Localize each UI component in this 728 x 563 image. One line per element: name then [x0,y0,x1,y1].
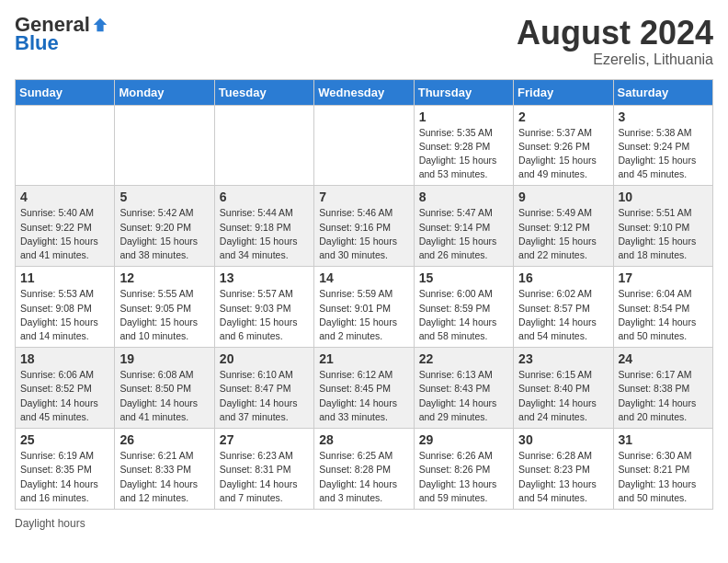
calendar-cell: 18Sunrise: 6:06 AM Sunset: 8:52 PM Dayli… [16,348,115,429]
day-number: 3 [619,109,708,124]
calendar-cell: 27Sunrise: 6:23 AM Sunset: 8:31 PM Dayli… [214,429,313,510]
day-info: Sunrise: 6:02 AM Sunset: 8:57 PM Dayligh… [518,287,608,343]
logo: General Blue [15,15,108,55]
day-info: Sunrise: 5:37 AM Sunset: 9:26 PM Dayligh… [518,126,608,182]
calendar-week-row: 4Sunrise: 5:40 AM Sunset: 9:22 PM Daylig… [16,186,713,267]
calendar-cell: 12Sunrise: 5:55 AM Sunset: 9:05 PM Dayli… [115,267,214,348]
day-number: 29 [419,432,508,447]
day-number: 17 [619,270,708,285]
day-info: Sunrise: 6:26 AM Sunset: 8:26 PM Dayligh… [419,449,508,505]
day-info: Sunrise: 5:47 AM Sunset: 9:14 PM Dayligh… [419,206,508,262]
calendar-cell: 23Sunrise: 6:15 AM Sunset: 8:40 PM Dayli… [514,348,613,429]
calendar-cell: 24Sunrise: 6:17 AM Sunset: 8:38 PM Dayli… [613,348,712,429]
day-number: 13 [220,270,309,285]
day-info: Sunrise: 6:00 AM Sunset: 8:59 PM Dayligh… [419,287,508,343]
calendar-cell: 22Sunrise: 6:13 AM Sunset: 8:43 PM Dayli… [414,348,513,429]
calendar-header-row: SundayMondayTuesdayWednesdayThursdayFrid… [16,79,713,105]
day-number: 8 [419,190,508,204]
calendar-week-row: 1Sunrise: 5:35 AM Sunset: 9:28 PM Daylig… [16,105,713,186]
day-info: Sunrise: 6:10 AM Sunset: 8:47 PM Dayligh… [220,368,309,424]
day-number: 12 [119,270,209,285]
col-header-friday: Friday [514,79,613,105]
day-info: Sunrise: 6:25 AM Sunset: 8:28 PM Dayligh… [319,449,408,505]
calendar-table: SundayMondayTuesdayWednesdayThursdayFrid… [15,79,713,510]
calendar-cell: 30Sunrise: 6:28 AM Sunset: 8:23 PM Dayli… [514,429,613,510]
day-info: Sunrise: 5:55 AM Sunset: 9:05 PM Dayligh… [119,287,209,343]
calendar-cell: 9Sunrise: 5:49 AM Sunset: 9:12 PM Daylig… [514,186,613,267]
day-number: 2 [518,109,608,124]
footer-note: Daylight hours [15,517,713,530]
calendar-cell: 16Sunrise: 6:02 AM Sunset: 8:57 PM Dayli… [514,267,613,348]
calendar-cell: 15Sunrise: 6:00 AM Sunset: 8:59 PM Dayli… [414,267,513,348]
day-number: 5 [119,190,209,204]
calendar-cell: 6Sunrise: 5:44 AM Sunset: 9:18 PM Daylig… [214,186,313,267]
calendar-cell [115,105,214,186]
day-number: 22 [419,351,508,366]
day-number: 6 [220,190,309,204]
day-info: Sunrise: 5:46 AM Sunset: 9:16 PM Dayligh… [319,206,408,262]
calendar-cell: 2Sunrise: 5:37 AM Sunset: 9:26 PM Daylig… [514,105,613,186]
day-info: Sunrise: 6:12 AM Sunset: 8:45 PM Dayligh… [319,368,408,424]
day-number: 20 [220,351,309,366]
day-number: 14 [319,270,408,285]
calendar-cell: 29Sunrise: 6:26 AM Sunset: 8:26 PM Dayli… [414,429,513,510]
day-number: 4 [20,190,109,204]
calendar-cell: 4Sunrise: 5:40 AM Sunset: 9:22 PM Daylig… [16,186,115,267]
day-info: Sunrise: 6:13 AM Sunset: 8:43 PM Dayligh… [419,368,508,424]
col-header-tuesday: Tuesday [214,79,313,105]
day-number: 11 [20,270,109,285]
calendar-week-row: 18Sunrise: 6:06 AM Sunset: 8:52 PM Dayli… [16,348,713,429]
day-info: Sunrise: 6:30 AM Sunset: 8:21 PM Dayligh… [619,449,708,505]
day-number: 7 [319,190,408,204]
calendar-cell: 7Sunrise: 5:46 AM Sunset: 9:16 PM Daylig… [314,186,414,267]
day-info: Sunrise: 6:15 AM Sunset: 8:40 PM Dayligh… [518,368,608,424]
calendar-cell: 25Sunrise: 6:19 AM Sunset: 8:35 PM Dayli… [16,429,115,510]
calendar-week-row: 11Sunrise: 5:53 AM Sunset: 9:08 PM Dayli… [16,267,713,348]
svg-marker-0 [94,18,107,31]
day-info: Sunrise: 6:21 AM Sunset: 8:33 PM Dayligh… [119,449,209,505]
day-number: 16 [518,270,608,285]
day-number: 26 [119,432,209,447]
day-number: 30 [518,432,608,447]
calendar-cell: 31Sunrise: 6:30 AM Sunset: 8:21 PM Dayli… [613,429,712,510]
calendar-week-row: 25Sunrise: 6:19 AM Sunset: 8:35 PM Dayli… [16,429,713,510]
day-info: Sunrise: 6:08 AM Sunset: 8:50 PM Dayligh… [119,368,209,424]
page-header: General Blue August 2024 Ezerelis, Lithu… [15,15,713,68]
calendar-cell [214,105,313,186]
calendar-cell: 17Sunrise: 6:04 AM Sunset: 8:54 PM Dayli… [613,267,712,348]
calendar-cell: 11Sunrise: 5:53 AM Sunset: 9:08 PM Dayli… [16,267,115,348]
day-number: 28 [319,432,408,447]
day-info: Sunrise: 6:23 AM Sunset: 8:31 PM Dayligh… [220,449,309,505]
calendar-cell [314,105,414,186]
day-info: Sunrise: 6:17 AM Sunset: 8:38 PM Dayligh… [619,368,708,424]
day-info: Sunrise: 5:44 AM Sunset: 9:18 PM Dayligh… [220,206,309,262]
location-subtitle: Ezerelis, Lithuania [517,52,713,68]
day-number: 23 [518,351,608,366]
calendar-cell: 8Sunrise: 5:47 AM Sunset: 9:14 PM Daylig… [414,186,513,267]
calendar-cell: 5Sunrise: 5:42 AM Sunset: 9:20 PM Daylig… [115,186,214,267]
calendar-cell: 13Sunrise: 5:57 AM Sunset: 9:03 PM Dayli… [214,267,313,348]
day-number: 10 [619,190,708,204]
day-info: Sunrise: 6:04 AM Sunset: 8:54 PM Dayligh… [619,287,708,343]
calendar-cell: 19Sunrise: 6:08 AM Sunset: 8:50 PM Dayli… [115,348,214,429]
day-number: 24 [619,351,708,366]
calendar-cell [16,105,115,186]
day-info: Sunrise: 5:57 AM Sunset: 9:03 PM Dayligh… [220,287,309,343]
logo-blue-text: Blue [15,31,59,55]
title-block: August 2024 Ezerelis, Lithuania [517,15,713,68]
logo-icon [92,17,108,33]
day-info: Sunrise: 5:35 AM Sunset: 9:28 PM Dayligh… [419,126,508,182]
day-number: 25 [20,432,109,447]
calendar-cell: 3Sunrise: 5:38 AM Sunset: 9:24 PM Daylig… [613,105,712,186]
day-info: Sunrise: 5:51 AM Sunset: 9:10 PM Dayligh… [619,206,708,262]
calendar-cell: 26Sunrise: 6:21 AM Sunset: 8:33 PM Dayli… [115,429,214,510]
col-header-wednesday: Wednesday [314,79,414,105]
day-number: 9 [518,190,608,204]
day-info: Sunrise: 5:59 AM Sunset: 9:01 PM Dayligh… [319,287,408,343]
day-info: Sunrise: 5:38 AM Sunset: 9:24 PM Dayligh… [619,126,708,182]
col-header-monday: Monday [115,79,214,105]
calendar-cell: 14Sunrise: 5:59 AM Sunset: 9:01 PM Dayli… [314,267,414,348]
day-number: 1 [419,109,508,124]
day-info: Sunrise: 5:53 AM Sunset: 9:08 PM Dayligh… [20,287,109,343]
day-info: Sunrise: 6:06 AM Sunset: 8:52 PM Dayligh… [20,368,109,424]
